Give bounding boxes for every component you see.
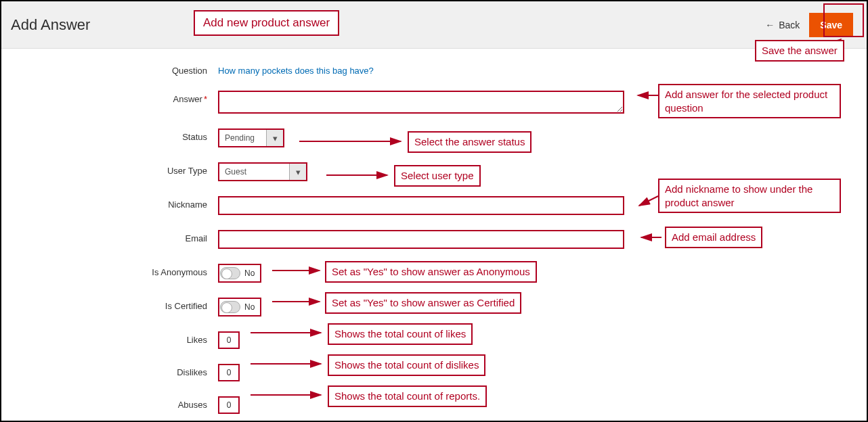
dislikes-label: Dislikes	[83, 364, 218, 377]
back-label: Back	[779, 20, 800, 30]
answer-label: Answer*	[83, 91, 218, 104]
usertype-label: User Type	[83, 162, 218, 176]
annotation-usertype: Select user type	[394, 165, 481, 187]
page-title: Add Answer	[11, 16, 90, 34]
header-bar: Add Answer ← Back Save	[1, 1, 867, 49]
cert-toggle[interactable]: No	[218, 298, 261, 316]
question-link[interactable]: How many pockets does this bag have?	[218, 62, 374, 76]
abuses-label: Abuses	[83, 396, 218, 410]
nickname-input[interactable]	[218, 196, 624, 215]
status-value: Pending	[219, 130, 267, 146]
arrow-left-icon: ←	[765, 20, 775, 30]
anon-value: No	[244, 268, 255, 278]
cert-label: Is Certified	[83, 298, 218, 311]
annotation-dislikes: Shows the total count of dislikes	[328, 354, 485, 376]
annotation-save-highlight	[823, 3, 864, 37]
annotation-abuses: Shows the total count of reports.	[328, 385, 487, 407]
dislikes-value: 0	[218, 364, 240, 381]
chevron-down-icon: ▾	[290, 164, 306, 180]
usertype-value: Guest	[219, 164, 290, 180]
annotation-email: Add email address	[665, 227, 762, 248]
annotation-title: Add new product answer	[194, 10, 339, 36]
question-label: Question	[83, 62, 218, 76]
toggle-icon	[220, 267, 240, 279]
likes-label: Likes	[83, 331, 218, 345]
likes-value: 0	[218, 331, 240, 349]
annotation-anon: Set as "Yes" to show answer as Anonymous	[325, 261, 537, 283]
annotation-save: Save the answer	[755, 40, 844, 62]
anon-toggle[interactable]: No	[218, 264, 261, 283]
email-input[interactable]	[218, 230, 624, 249]
annotation-answer: Add answer for the selected product ques…	[658, 84, 841, 118]
annotation-nickname: Add nickname to show under the product a…	[658, 179, 841, 213]
annotation-cert: Set as "Yes" to show answer as Certified	[325, 292, 521, 314]
annotation-status: Select the answer status	[408, 131, 531, 153]
toggle-icon	[220, 301, 240, 313]
annotation-likes: Shows the total count of likes	[328, 323, 473, 345]
cert-value: No	[244, 302, 255, 312]
chevron-down-icon: ▾	[267, 130, 283, 146]
anon-label: Is Anonymous	[83, 264, 218, 277]
status-select[interactable]: Pending ▾	[218, 128, 284, 147]
status-label: Status	[83, 128, 218, 142]
answer-textarea[interactable]	[218, 91, 624, 114]
nickname-label: Nickname	[83, 196, 218, 210]
back-button[interactable]: ← Back	[765, 20, 800, 30]
usertype-select[interactable]: Guest ▾	[218, 162, 307, 181]
email-label: Email	[83, 230, 218, 243]
abuses-value: 0	[218, 396, 240, 414]
